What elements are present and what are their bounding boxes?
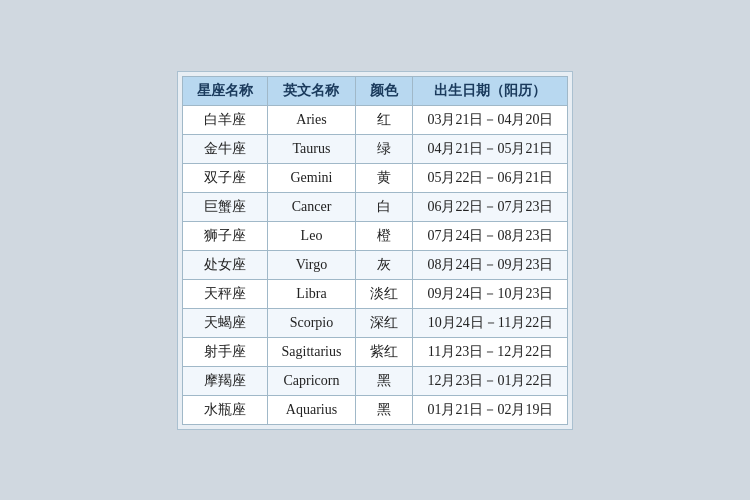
cell-date: 04月21日－05月21日 xyxy=(413,134,568,163)
cell-en-name: Libra xyxy=(267,279,356,308)
cell-color: 淡红 xyxy=(356,279,413,308)
cell-date: 01月21日－02月19日 xyxy=(413,395,568,424)
cell-date: 08月24日－09月23日 xyxy=(413,250,568,279)
cell-color: 红 xyxy=(356,105,413,134)
table-row: 处女座Virgo灰08月24日－09月23日 xyxy=(182,250,568,279)
table-row: 金牛座Taurus绿04月21日－05月21日 xyxy=(182,134,568,163)
cell-en-name: Capricorn xyxy=(267,366,356,395)
header-cn-name: 星座名称 xyxy=(182,76,267,105)
cell-color: 黑 xyxy=(356,366,413,395)
zodiac-table-container: 星座名称 英文名称 颜色 出生日期（阳历） 白羊座Aries红03月21日－04… xyxy=(177,71,574,430)
table-header-row: 星座名称 英文名称 颜色 出生日期（阳历） xyxy=(182,76,568,105)
cell-date: 05月22日－06月21日 xyxy=(413,163,568,192)
table-body: 白羊座Aries红03月21日－04月20日金牛座Taurus绿04月21日－0… xyxy=(182,105,568,424)
cell-en-name: Gemini xyxy=(267,163,356,192)
cell-color: 绿 xyxy=(356,134,413,163)
cell-en-name: Cancer xyxy=(267,192,356,221)
cell-date: 12月23日－01月22日 xyxy=(413,366,568,395)
table-row: 双子座Gemini黄05月22日－06月21日 xyxy=(182,163,568,192)
cell-cn-name: 天秤座 xyxy=(182,279,267,308)
cell-color: 橙 xyxy=(356,221,413,250)
header-en-name: 英文名称 xyxy=(267,76,356,105)
cell-cn-name: 金牛座 xyxy=(182,134,267,163)
cell-en-name: Aries xyxy=(267,105,356,134)
cell-date: 09月24日－10月23日 xyxy=(413,279,568,308)
cell-cn-name: 水瓶座 xyxy=(182,395,267,424)
cell-color: 深红 xyxy=(356,308,413,337)
cell-cn-name: 射手座 xyxy=(182,337,267,366)
cell-cn-name: 双子座 xyxy=(182,163,267,192)
cell-cn-name: 巨蟹座 xyxy=(182,192,267,221)
cell-en-name: Aquarius xyxy=(267,395,356,424)
table-row: 射手座Sagittarius紫红11月23日－12月22日 xyxy=(182,337,568,366)
cell-cn-name: 天蝎座 xyxy=(182,308,267,337)
cell-color: 黄 xyxy=(356,163,413,192)
table-row: 狮子座Leo橙07月24日－08月23日 xyxy=(182,221,568,250)
table-row: 天蝎座Scorpio深红10月24日－11月22日 xyxy=(182,308,568,337)
cell-date: 10月24日－11月22日 xyxy=(413,308,568,337)
header-date: 出生日期（阳历） xyxy=(413,76,568,105)
cell-date: 11月23日－12月22日 xyxy=(413,337,568,366)
cell-color: 黑 xyxy=(356,395,413,424)
cell-color: 紫红 xyxy=(356,337,413,366)
cell-en-name: Virgo xyxy=(267,250,356,279)
cell-cn-name: 摩羯座 xyxy=(182,366,267,395)
cell-en-name: Taurus xyxy=(267,134,356,163)
cell-en-name: Sagittarius xyxy=(267,337,356,366)
cell-color: 灰 xyxy=(356,250,413,279)
cell-en-name: Scorpio xyxy=(267,308,356,337)
cell-date: 07月24日－08月23日 xyxy=(413,221,568,250)
table-row: 水瓶座Aquarius黑01月21日－02月19日 xyxy=(182,395,568,424)
table-row: 巨蟹座Cancer白06月22日－07月23日 xyxy=(182,192,568,221)
cell-date: 03月21日－04月20日 xyxy=(413,105,568,134)
zodiac-table: 星座名称 英文名称 颜色 出生日期（阳历） 白羊座Aries红03月21日－04… xyxy=(182,76,569,425)
cell-cn-name: 白羊座 xyxy=(182,105,267,134)
table-row: 天秤座Libra淡红09月24日－10月23日 xyxy=(182,279,568,308)
table-row: 白羊座Aries红03月21日－04月20日 xyxy=(182,105,568,134)
cell-en-name: Leo xyxy=(267,221,356,250)
cell-date: 06月22日－07月23日 xyxy=(413,192,568,221)
cell-color: 白 xyxy=(356,192,413,221)
header-color: 颜色 xyxy=(356,76,413,105)
cell-cn-name: 狮子座 xyxy=(182,221,267,250)
table-row: 摩羯座Capricorn黑12月23日－01月22日 xyxy=(182,366,568,395)
cell-cn-name: 处女座 xyxy=(182,250,267,279)
